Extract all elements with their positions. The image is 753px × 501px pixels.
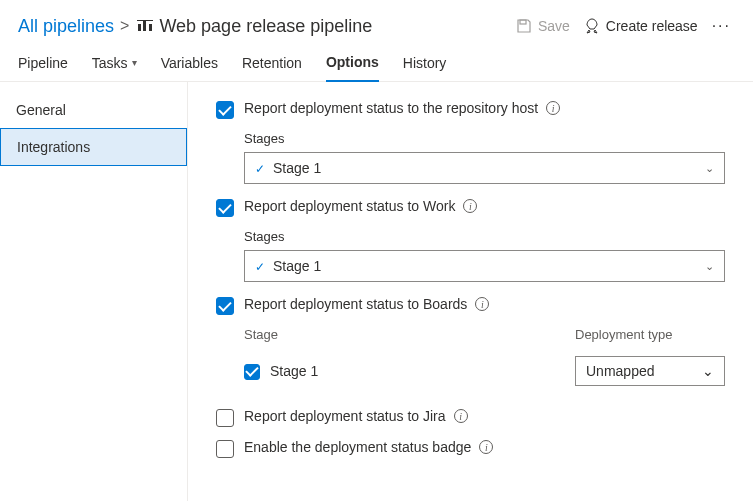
label-work: Report deployment status to Work [244, 198, 455, 214]
label-badge: Enable the deployment status badge [244, 439, 471, 455]
svg-rect-3 [137, 20, 153, 21]
info-icon[interactable]: i [479, 440, 493, 454]
info-icon[interactable]: i [546, 101, 560, 115]
boards-table-row: Stage 1 Unmapped ⌄ [244, 356, 725, 386]
stages-value-work: Stage 1 [273, 258, 321, 274]
checkmark-icon: ✓ [255, 260, 265, 274]
svg-rect-4 [520, 20, 526, 24]
boards-stage-value: Stage 1 [270, 363, 318, 379]
page-header: All pipelines > Web page release pipelin… [0, 0, 753, 44]
tab-pipeline[interactable]: Pipeline [18, 54, 68, 81]
boards-table-header: Stage Deployment type [244, 327, 725, 342]
checkbox-boards-stage1[interactable] [244, 364, 260, 380]
chevron-down-icon: ⌄ [705, 260, 714, 273]
tab-tasks-label: Tasks [92, 55, 128, 71]
breadcrumb-root-link[interactable]: All pipelines [18, 16, 114, 37]
sidebar-item-integrations[interactable]: Integrations [0, 128, 187, 166]
chevron-down-icon: ▾ [132, 57, 137, 68]
sidebar-item-general[interactable]: General [0, 92, 187, 128]
info-icon[interactable]: i [463, 199, 477, 213]
create-release-label: Create release [606, 18, 698, 34]
page-title: Web page release pipeline [159, 16, 372, 37]
tab-options[interactable]: Options [326, 54, 379, 82]
svg-rect-1 [143, 21, 146, 31]
rocket-icon [584, 18, 600, 34]
create-release-button[interactable]: Create release [580, 14, 702, 38]
checkbox-boards[interactable] [216, 297, 234, 315]
save-button: Save [512, 14, 574, 38]
tab-bar: Pipeline Tasks ▾ Variables Retention Opt… [0, 44, 753, 82]
sidebar: General Integrations [0, 82, 188, 501]
tab-tasks[interactable]: Tasks ▾ [92, 54, 137, 81]
info-icon[interactable]: i [475, 297, 489, 311]
stages-label-repo-host: Stages [244, 131, 725, 146]
checkbox-repo-host[interactable] [216, 101, 234, 119]
stages-value-repo-host: Stage 1 [273, 160, 321, 176]
svg-rect-0 [138, 24, 141, 31]
stages-label-work: Stages [244, 229, 725, 244]
tab-retention[interactable]: Retention [242, 54, 302, 81]
checkmark-icon: ✓ [255, 162, 265, 176]
tab-variables[interactable]: Variables [161, 54, 218, 81]
svg-rect-2 [149, 24, 152, 31]
deploy-type-select[interactable]: Unmapped ⌄ [575, 356, 725, 386]
info-icon[interactable]: i [454, 409, 468, 423]
checkbox-work[interactable] [216, 199, 234, 217]
stages-dropdown-repo-host[interactable]: ✓Stage 1 ⌄ [244, 152, 725, 184]
save-label: Save [538, 18, 570, 34]
save-icon [516, 18, 532, 34]
content-area: Report deployment status to the reposito… [188, 82, 753, 501]
header-actions: Save Create release ··· [512, 14, 735, 38]
more-actions-button[interactable]: ··· [708, 17, 735, 35]
chevron-down-icon: ⌄ [705, 162, 714, 175]
checkbox-badge[interactable] [216, 440, 234, 458]
stages-dropdown-work[interactable]: ✓Stage 1 ⌄ [244, 250, 725, 282]
label-jira: Report deployment status to Jira [244, 408, 446, 424]
label-boards: Report deployment status to Boards [244, 296, 467, 312]
col-stage: Stage [244, 327, 575, 342]
checkbox-jira[interactable] [216, 409, 234, 427]
deploy-type-value: Unmapped [586, 363, 655, 379]
breadcrumb-separator: > [120, 17, 129, 35]
label-repo-host: Report deployment status to the reposito… [244, 100, 538, 116]
pipeline-icon [137, 18, 153, 34]
col-deploy-type: Deployment type [575, 327, 725, 342]
tab-history[interactable]: History [403, 54, 447, 81]
chevron-down-icon: ⌄ [702, 363, 714, 379]
